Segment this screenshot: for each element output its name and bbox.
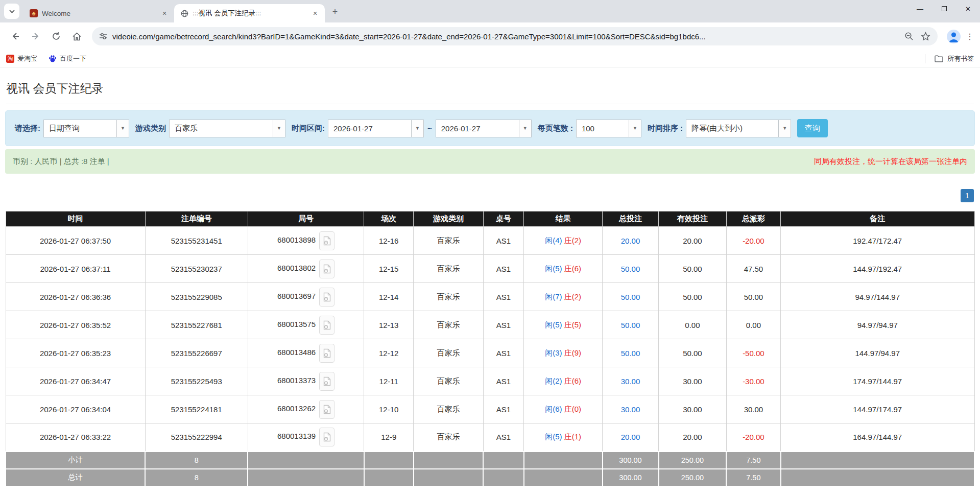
back-icon[interactable] bbox=[7, 28, 24, 45]
cell-game-kind: 百家乐 bbox=[414, 423, 484, 452]
video-file-icon bbox=[323, 405, 331, 414]
cell-total-bet[interactable]: 50.00 bbox=[603, 311, 659, 339]
video-file-icon bbox=[323, 264, 331, 274]
cell-valid-bet: 50.00 bbox=[659, 283, 727, 311]
cell-result: 闲(5) 庄(6) bbox=[524, 255, 603, 283]
chevron-down-icon[interactable]: ▼ bbox=[273, 120, 285, 137]
browser-tab-welcome[interactable]: ♣ Welcome ✕ bbox=[23, 4, 174, 22]
round-replay-button[interactable] bbox=[319, 400, 334, 419]
zoom-out-icon[interactable] bbox=[904, 32, 914, 41]
cell-round-id: 680013373 bbox=[248, 367, 364, 395]
cell-total-bet[interactable]: 20.00 bbox=[603, 423, 659, 452]
game-kind-select[interactable]: 百家乐 ▼ bbox=[169, 120, 285, 137]
round-replay-button[interactable] bbox=[319, 316, 334, 335]
chevron-down-icon[interactable]: ▼ bbox=[778, 120, 791, 137]
round-replay-button[interactable] bbox=[319, 428, 334, 446]
all-bookmarks-button[interactable]: 所有书签 bbox=[947, 54, 974, 63]
profile-avatar[interactable] bbox=[947, 30, 961, 43]
chevron-down-icon[interactable]: ▼ bbox=[629, 120, 641, 137]
video-file-icon bbox=[323, 376, 331, 386]
browser-menu-icon[interactable]: ⋮ bbox=[965, 32, 975, 41]
chevron-down-icon[interactable]: ▼ bbox=[519, 120, 532, 137]
chevron-down-icon[interactable]: ▼ bbox=[411, 120, 424, 137]
column-header: 总投注 bbox=[603, 211, 659, 227]
date-end-select[interactable]: 2026-01-27 ▼ bbox=[436, 120, 532, 137]
cell-table-no: AS1 bbox=[483, 227, 524, 255]
forward-icon[interactable] bbox=[27, 28, 44, 45]
bookmark-label: 百度一下 bbox=[60, 54, 86, 63]
reload-icon[interactable] bbox=[47, 28, 65, 45]
cell-round-id: 680013486 bbox=[248, 339, 364, 367]
per-page-value: 100 bbox=[576, 120, 629, 137]
round-id-text: 680013697 bbox=[277, 292, 316, 300]
tab-close-icon[interactable]: ✕ bbox=[160, 9, 169, 18]
query-type-select[interactable]: 日期查询 ▼ bbox=[43, 120, 129, 137]
summary-cell bbox=[524, 469, 603, 486]
tab-list-chevron-button[interactable] bbox=[4, 4, 19, 19]
site-settings-tune-icon[interactable] bbox=[99, 32, 107, 40]
valid-bet-notice: 同局有效投注，统一计算在该局第一张注单内 bbox=[814, 157, 967, 167]
bookmark-baidu[interactable]: 百度一下 bbox=[49, 54, 86, 63]
chevron-down-icon bbox=[9, 10, 15, 13]
result-player: 闲(5) bbox=[545, 432, 562, 441]
minimize-button[interactable]: — bbox=[908, 0, 932, 17]
bookmark-aitaobao[interactable]: 淘 爱淘宝 bbox=[6, 54, 37, 63]
round-replay-button[interactable] bbox=[319, 260, 334, 278]
search-button[interactable]: 查询 bbox=[797, 119, 828, 137]
chevron-down-icon[interactable]: ▼ bbox=[116, 120, 129, 137]
round-replay-button[interactable] bbox=[319, 372, 334, 391]
summary-cell bbox=[414, 452, 484, 469]
result-player: 闲(5) bbox=[545, 320, 562, 329]
summary-cell bbox=[781, 469, 974, 486]
summary-cell: 300.00 bbox=[603, 469, 659, 486]
cell-total-bet[interactable]: 50.00 bbox=[603, 339, 659, 367]
cell-bet-id: 523155226697 bbox=[145, 339, 248, 367]
cell-valid-bet: 0.00 bbox=[659, 311, 727, 339]
cell-table-no: AS1 bbox=[483, 367, 524, 395]
cell-note: 144.97/192.47 bbox=[781, 255, 974, 283]
page-content: 视讯 会员下注纪录 请选择: 日期查询 ▼ 游戏类别 百家乐 ▼ 时间区间: 2… bbox=[0, 81, 980, 487]
per-page-select[interactable]: 100 ▼ bbox=[576, 120, 641, 137]
select-type-label: 请选择: bbox=[15, 124, 40, 133]
summary-row: 小计8300.00250.007.50 bbox=[6, 452, 974, 469]
cell-payout: 30.00 bbox=[726, 395, 780, 423]
round-replay-button[interactable] bbox=[319, 231, 334, 250]
date-start-select[interactable]: 2026-01-27 ▼ bbox=[328, 120, 424, 137]
home-icon[interactable] bbox=[68, 28, 85, 45]
round-replay-button[interactable] bbox=[319, 288, 334, 307]
bookmark-star-icon[interactable] bbox=[921, 32, 930, 41]
result-banker: 庄(2) bbox=[564, 236, 581, 245]
cell-note: 174.97/144.97 bbox=[781, 367, 974, 395]
address-bar[interactable]: videoie.com/game/betrecord_search/kind3?… bbox=[92, 27, 938, 45]
browser-tab-betrecord[interactable]: :::视讯 会员下注纪录::: ✕ bbox=[174, 4, 325, 22]
cell-total-bet[interactable]: 30.00 bbox=[603, 367, 659, 395]
sort-select[interactable]: 降幂(由大到小) ▼ bbox=[686, 120, 791, 137]
new-tab-button[interactable]: + bbox=[328, 5, 342, 19]
cell-bet-id: 523155225493 bbox=[145, 367, 248, 395]
cell-time: 2026-01-27 06:34:04 bbox=[6, 395, 145, 423]
result-banker: 庄(6) bbox=[564, 376, 581, 385]
close-button[interactable]: ✕ bbox=[956, 0, 980, 17]
page-button-1[interactable]: 1 bbox=[961, 189, 974, 202]
cell-total-bet[interactable]: 50.00 bbox=[603, 283, 659, 311]
cell-game-kind: 百家乐 bbox=[414, 395, 484, 423]
tab-close-icon[interactable]: ✕ bbox=[310, 9, 320, 18]
currency-total-text: 币别 : 人民币 | 总共 :8 注单 | bbox=[13, 157, 109, 167]
bookmark-label: 爱淘宝 bbox=[17, 54, 37, 63]
tab-title: :::视讯 会员下注纪录::: bbox=[193, 9, 306, 18]
cell-total-bet[interactable]: 50.00 bbox=[603, 255, 659, 283]
bookmarks-bar: 淘 爱淘宝 百度一下 所有书签 bbox=[0, 50, 980, 67]
cell-session: 12-13 bbox=[364, 311, 414, 339]
cell-total-bet[interactable]: 20.00 bbox=[603, 227, 659, 255]
url-text[interactable]: videoie.com/game/betrecord_search/kind3?… bbox=[112, 32, 899, 41]
round-replay-button[interactable] bbox=[319, 344, 334, 363]
cell-note: 94.97/94.97 bbox=[781, 311, 974, 339]
cell-game-kind: 百家乐 bbox=[414, 339, 484, 367]
cell-payout: 0.00 bbox=[726, 311, 780, 339]
cell-payout: -30.00 bbox=[726, 367, 780, 395]
taobao-icon: 淘 bbox=[6, 55, 14, 63]
cell-total-bet[interactable]: 30.00 bbox=[603, 395, 659, 423]
maximize-button[interactable] bbox=[932, 0, 956, 17]
round-id-text: 680013802 bbox=[277, 264, 316, 272]
cell-bet-id: 523155229085 bbox=[145, 283, 248, 311]
